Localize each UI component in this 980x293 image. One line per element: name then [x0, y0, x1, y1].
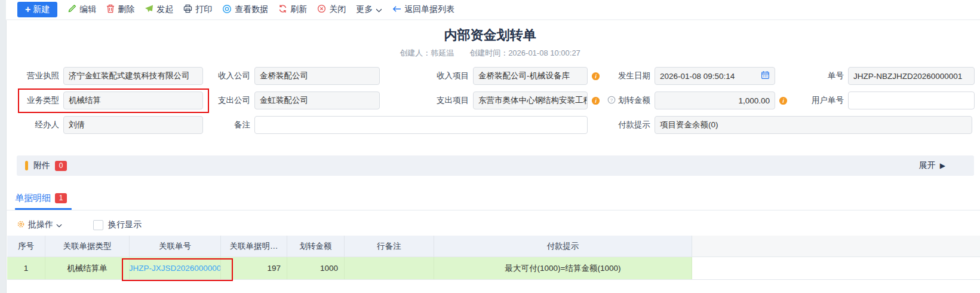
payment-tip-input[interactable]: 项目资金余额(0) [655, 116, 972, 134]
view-data-button[interactable]: 查看数据 [222, 4, 268, 16]
chevron-down-icon [56, 220, 62, 230]
close-icon [317, 4, 326, 15]
new-button-label: 新建 [33, 4, 50, 15]
doc-no-input[interactable]: JHZP-NBZJHZD20260000001 [848, 67, 975, 85]
field-expense-company: 支出公司 金虹装配公司 [209, 91, 380, 109]
refresh-button[interactable]: 刷新 [278, 4, 307, 15]
launch-button[interactable]: 发起 [145, 4, 173, 15]
col-header-related-doc-detail: 关联单据明… [221, 236, 287, 257]
attachment-label: 附件 [33, 160, 50, 171]
field-remark: 备注 [209, 116, 588, 134]
col-header-seq: 序号 [7, 236, 45, 257]
chevron-down-icon [376, 5, 382, 14]
business-type-label: 业务类型 [6, 95, 63, 106]
batch-ops-button[interactable]: 批操作 [17, 219, 62, 230]
transfer-amount-label: ? 划转金额 [597, 95, 655, 106]
toolbar: + 新建 编辑 删除 发起 打印 查看数据 刷新 关闭 更多 返回单据列表 [6, 0, 980, 19]
tab-doc-details-label: 单据明细 [15, 193, 51, 204]
handler-input[interactable]: 刘倩 [63, 116, 203, 134]
table-row: 1 机械结算单 JHZP-JXJSD2026000000 197 1000 最大… [7, 257, 980, 280]
back-to-list-button[interactable]: 返回单据列表 [392, 4, 454, 15]
question-circle-icon[interactable]: ? [607, 96, 616, 106]
attachment-bar: 附件 0 展开 ▶ [17, 155, 974, 176]
col-header-payment-tip: 付款提示 [434, 236, 692, 257]
field-payment-tip: 付款提示 项目资金余额(0) [597, 116, 972, 134]
detail-count-badge: 1 [55, 193, 67, 203]
tab-doc-details[interactable]: 单据明细 1 [15, 193, 67, 204]
toolbar-divider [6, 19, 980, 20]
col-header-row-remark: 行备注 [345, 236, 434, 257]
new-button[interactable]: + 新建 [17, 2, 57, 17]
field-handler: 经办人 刘倩 [6, 116, 203, 134]
close-button[interactable]: 关闭 [317, 4, 346, 15]
back-to-list-label: 返回单据列表 [404, 4, 454, 15]
batch-row: 批操作 换行显示 [17, 216, 142, 233]
launch-button-label: 发起 [156, 4, 173, 15]
view-data-icon [222, 4, 232, 16]
expense-project-input[interactable]: 东营市奥体中心钢结构安装工程 [473, 91, 588, 109]
attachment-marker-icon [25, 161, 28, 170]
field-business-type: 业务类型 机械结算 [6, 91, 203, 109]
col-header-related-doc-no: 关联单号 [130, 236, 221, 257]
field-doc-no: 单号 JHZP-NBZJHZD20260000001 [794, 67, 975, 85]
expand-button[interactable]: 展开 ▶ [919, 160, 945, 171]
expand-triangle-icon: ▶ [940, 161, 945, 170]
occur-date-label: 发生日期 [597, 71, 655, 81]
income-project-input[interactable]: 金桥装配公司-机械设备库 [473, 67, 588, 85]
edit-button[interactable]: 编辑 [67, 4, 96, 15]
page-title: 内部资金划转单 [0, 26, 980, 44]
cell-related-doc-detail: 197 [221, 257, 287, 279]
transfer-amount-input[interactable]: 1,000.00 [655, 91, 775, 109]
field-user-doc-no: 用户单号 [794, 91, 975, 109]
attachment-count-badge: 0 [55, 161, 67, 171]
more-button-label: 更多 [356, 4, 373, 15]
business-type-input[interactable]: 机械结算 [63, 91, 203, 109]
field-transfer-amount: ? 划转金额 1,000.00 i [597, 91, 788, 109]
field-business-license: 营业执照 济宁金虹装配式建筑科技有限公司 [6, 67, 203, 85]
creator-text: 创建人：韩延温 [400, 48, 454, 59]
cell-row-remark [345, 257, 434, 279]
info-icon[interactable]: i [779, 96, 788, 105]
occur-date-input[interactable]: 2026-01-08 09:50:14 [655, 67, 775, 85]
svg-text:i: i [782, 97, 784, 103]
svg-text:i: i [595, 73, 597, 79]
expense-company-input[interactable]: 金虹装配公司 [254, 91, 380, 109]
related-doc-link[interactable]: JHZP-JXJSD2026000000 [130, 257, 221, 279]
remark-input[interactable] [254, 116, 588, 134]
expense-company-label: 支出公司 [209, 95, 254, 106]
paper-plane-icon [145, 4, 153, 15]
more-button[interactable]: 更多 [356, 4, 382, 15]
delete-button-label: 删除 [118, 4, 134, 15]
business-license-input[interactable]: 济宁金虹装配式建筑科技有限公司 [63, 67, 203, 85]
tab-bottom-border [6, 210, 980, 210]
print-button[interactable]: 打印 [183, 4, 212, 15]
doc-no-label: 单号 [794, 71, 848, 81]
trash-icon [106, 4, 115, 15]
plus-icon: + [25, 4, 30, 15]
user-doc-no-input[interactable] [848, 91, 975, 109]
refresh-button-label: 刷新 [290, 4, 307, 15]
cell-related-doc-type: 机械结算单 [45, 257, 130, 279]
created-time-text: 创建时间：2026-01-08 10:00:27 [469, 48, 580, 59]
pencil-icon [67, 4, 76, 15]
payment-tip-label: 付款提示 [597, 120, 655, 130]
wrap-display-label: 换行显示 [108, 219, 142, 230]
cell-payment-tip: 最大可付(1000)=结算金额(1000) [434, 257, 692, 279]
delete-button[interactable]: 删除 [106, 4, 134, 15]
batch-ops-label: 批操作 [28, 219, 53, 230]
field-income-company: 收入公司 金桥装配公司 [209, 67, 380, 85]
row-filler [692, 257, 980, 279]
col-header-transfer-amount: 划转金额 [287, 236, 345, 257]
income-project-label: 收入项目 [412, 71, 473, 81]
calendar-icon[interactable] [761, 71, 770, 81]
doc-meta: 创建人：韩延温 创建时间：2026-01-08 10:00:27 [0, 48, 980, 59]
transfer-amount-label-text: 划转金额 [618, 95, 650, 106]
edit-button-label: 编辑 [79, 4, 96, 15]
wrap-display-checkbox[interactable] [93, 220, 103, 230]
income-company-input[interactable]: 金桥装配公司 [254, 67, 380, 85]
business-license-label: 营业执照 [6, 71, 63, 81]
header-filler [692, 236, 980, 257]
cell-seq: 1 [7, 257, 45, 279]
close-button-label: 关闭 [329, 4, 346, 15]
handler-label: 经办人 [6, 120, 63, 130]
